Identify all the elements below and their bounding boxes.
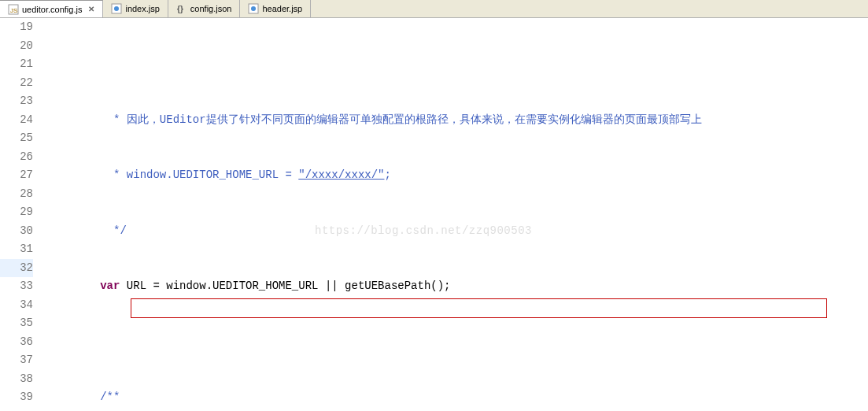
code-line: var URL = window.UEDITOR_HOME_URL || get… <box>47 277 868 296</box>
editor-tabs: JS ueditor.config.js ✕ index.jsp {} conf… <box>0 0 868 18</box>
highlight-box <box>131 298 827 318</box>
tab-index-jsp[interactable]: index.jsp <box>103 0 168 17</box>
tab-header-jsp[interactable]: header.jsp <box>240 0 311 17</box>
jsp-file-icon <box>111 3 122 14</box>
close-icon[interactable]: ✕ <box>88 5 94 13</box>
code-line: /** <box>47 388 868 407</box>
code-editor[interactable]: 19 20 21 22 23 24 25 26 27 28 29 30 31 3… <box>0 18 868 411</box>
svg-point-6 <box>251 6 256 11</box>
tab-label: ueditor.config.js <box>22 5 82 14</box>
js-file-icon: JS <box>8 4 19 15</box>
tab-label: index.jsp <box>125 4 159 13</box>
tab-label: header.jsp <box>262 4 302 13</box>
code-area[interactable]: ➪ https://blog.csdn.net/zzq900503 * 因此，U… <box>47 18 868 411</box>
code-line: */ <box>47 222 868 241</box>
tab-ueditor-config[interactable]: JS ueditor.config.js ✕ <box>0 0 103 17</box>
tab-config-json[interactable]: {} config.json <box>168 0 241 17</box>
svg-text:{}: {} <box>177 5 183 13</box>
json-file-icon: {} <box>176 3 187 14</box>
code-line: * window.UEDITOR_HOME_URL = "/xxxx/xxxx/… <box>47 166 868 185</box>
tab-label: config.json <box>190 4 232 13</box>
line-number-gutter: 19 20 21 22 23 24 25 26 27 28 29 30 31 3… <box>0 18 47 411</box>
code-line: * 因此，UEditor提供了针对不同页面的编辑器可单独配置的根路径，具体来说，… <box>47 111 868 130</box>
svg-point-3 <box>114 6 119 11</box>
svg-text:JS: JS <box>10 7 17 14</box>
jsp-file-icon <box>248 3 259 14</box>
code-line <box>47 333 868 352</box>
